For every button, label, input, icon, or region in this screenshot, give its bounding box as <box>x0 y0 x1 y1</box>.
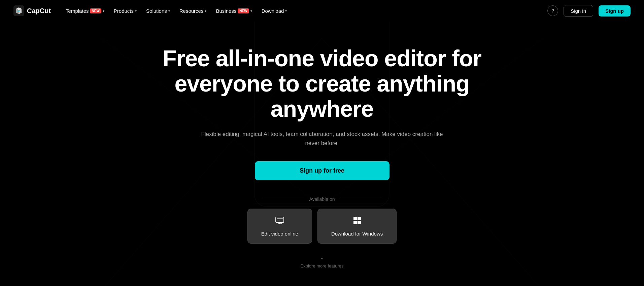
nav-item-resources[interactable]: Resources ▾ <box>175 5 211 16</box>
monitor-icon <box>275 216 284 227</box>
svg-rect-15 <box>358 217 361 220</box>
navbar-left: CapCut Templates New ▾ Products ▾ Soluti… <box>13 5 291 16</box>
svg-rect-14 <box>353 217 357 220</box>
help-icon-text: ? <box>551 8 554 13</box>
edit-online-label: Edit video online <box>261 231 298 237</box>
nav-label-resources: Resources <box>179 8 204 14</box>
nav-label-templates: Templates <box>66 8 89 14</box>
chevron-icon-business: ▾ <box>250 9 252 13</box>
available-on-label: Available on <box>263 196 380 202</box>
nav-item-solutions[interactable]: Solutions ▾ <box>142 5 174 16</box>
sign-up-button[interactable]: Sign up <box>599 5 631 16</box>
nav-item-download[interactable]: Download ▾ <box>258 5 291 16</box>
windows-icon <box>352 216 362 227</box>
hero-subtitle: Flexible editing, magical AI tools, team… <box>201 130 443 148</box>
navbar: CapCut Templates New ▾ Products ▾ Soluti… <box>0 0 644 22</box>
help-icon[interactable]: ? <box>547 5 558 16</box>
nav-label-download: Download <box>262 8 284 14</box>
nav-item-products[interactable]: Products ▾ <box>110 5 141 16</box>
explore-more-section: ⌄ Explore more features <box>301 254 344 269</box>
explore-more-label: Explore more features <box>301 263 344 269</box>
svg-rect-13 <box>277 220 280 220</box>
nav-item-business[interactable]: Business New ▾ <box>212 5 256 16</box>
chevron-icon-solutions: ▾ <box>168 9 170 13</box>
chevron-down-icon: ⌄ <box>320 254 324 261</box>
logo-text: CapCut <box>27 7 51 15</box>
nav-label-products: Products <box>114 8 134 14</box>
svg-rect-12 <box>277 218 283 219</box>
nav-badge-business: New <box>238 8 249 13</box>
nav-label-business: Business <box>216 8 236 14</box>
hero-content: Free all-in-one video editor for everyon… <box>137 46 507 269</box>
nav-badge-templates: New <box>90 8 101 13</box>
edit-online-button[interactable]: Edit video online <box>247 209 312 244</box>
chevron-icon-products: ▾ <box>135 9 137 13</box>
nav-items: Templates New ▾ Products ▾ Solutions ▾ R… <box>62 5 291 16</box>
available-on-text: Available on <box>309 196 335 202</box>
navbar-right: ? Sign in Sign up <box>547 5 631 17</box>
capcut-logo-icon <box>13 5 24 16</box>
svg-rect-16 <box>353 221 357 224</box>
download-windows-label: Download for Windows <box>331 231 383 237</box>
chevron-icon-templates: ▾ <box>103 9 104 13</box>
logo[interactable]: CapCut <box>13 5 51 16</box>
hero-title: Free all-in-one video editor for everyon… <box>137 46 507 121</box>
platform-buttons: Edit video online Download for Windows <box>247 209 397 244</box>
svg-rect-17 <box>358 221 361 224</box>
nav-label-solutions: Solutions <box>146 8 167 14</box>
hero-section: Free all-in-one video editor for everyon… <box>0 22 644 286</box>
signup-cta-button[interactable]: Sign up for free <box>255 161 389 180</box>
nav-item-templates[interactable]: Templates New ▾ <box>62 5 108 16</box>
download-windows-button[interactable]: Download for Windows <box>317 209 397 244</box>
sign-in-button[interactable]: Sign in <box>564 5 593 17</box>
chevron-icon-download: ▾ <box>285 9 287 13</box>
available-section: Available on Edit v <box>247 196 397 269</box>
chevron-icon-resources: ▾ <box>205 9 206 13</box>
